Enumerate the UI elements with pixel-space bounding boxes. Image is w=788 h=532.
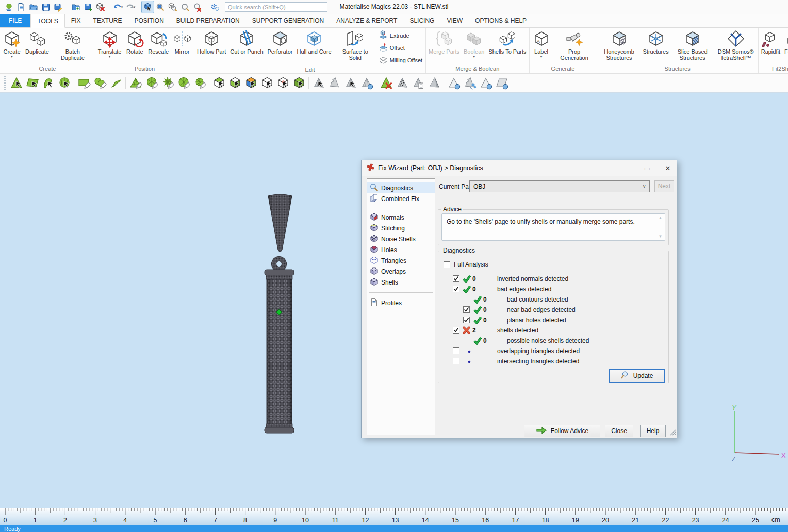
tab-options-help[interactable]: OPTIONS & HELP [469,14,533,27]
tab-build-preparation[interactable]: BUILD PREPARATION [170,14,246,27]
ribbon-button-perforator[interactable]: Perforator [266,28,295,55]
select-surfaces-icon[interactable] [40,75,56,91]
mark-wheel-small-icon[interactable] [191,75,207,91]
select-cube-clear-icon[interactable] [259,75,275,91]
sidebar-page-diagnostics[interactable]: Diagnostics [367,182,435,193]
select-triangles-icon[interactable] [8,75,24,91]
settings-gears-icon[interactable] [209,1,221,13]
diagnostic-checkbox[interactable] [463,306,470,313]
select-cube-top-icon[interactable] [211,75,227,91]
tab-slicing[interactable]: SLICING [403,14,440,27]
sidebar-tool-shells[interactable]: Shells [367,277,435,288]
ribbon-button-slice-based-structures[interactable]: Slice Based Structures [671,28,714,61]
tab-view[interactable]: VIEW [440,14,469,27]
ribbon-button-structures[interactable]: Structures [641,28,671,55]
diagnostic-checkbox[interactable] [453,275,459,282]
mark-wheel-icon[interactable] [175,75,191,91]
quick-search-input[interactable] [225,2,327,12]
ribbon-button-formfit[interactable]: FormFit [782,28,788,55]
select-cube-colored-icon[interactable] [243,75,259,91]
triangles-dark-icon[interactable] [426,75,442,91]
zoom-in-icon[interactable] [179,1,191,13]
mark-rectangle-icon[interactable] [76,75,92,91]
save-as-icon[interactable] [52,1,64,13]
triangle-drops-icon[interactable] [462,75,478,91]
triangle-outline-ball-icon[interactable] [446,75,462,91]
ribbon-button-hull-and-core[interactable]: Hull and Core [294,28,333,55]
resize-grip[interactable] [669,429,676,437]
tab-fix[interactable]: FIX [65,14,87,27]
update-button[interactable]: Update [609,369,665,383]
tab-position[interactable]: POSITION [128,14,170,27]
sidebar-tool-stitching[interactable]: Stitching [367,223,435,234]
help-button[interactable]: Help [640,425,666,437]
save-part-icon[interactable] [82,1,94,13]
ribbon-button-create[interactable]: Create▾ [1,28,23,59]
sidebar-page-profiles[interactable]: Profiles [367,297,435,308]
zoom-selection-icon[interactable] [154,1,166,13]
advice-scrollbar[interactable]: ▲ ▼ [657,215,664,239]
ribbon-button-offset[interactable]: Offset [379,43,422,53]
select-planes-icon[interactable] [24,75,40,91]
maximize-icon[interactable]: ▭ [644,164,651,172]
triangles-select-tool-icon[interactable] [310,75,326,91]
unload-part-icon[interactable] [94,1,106,13]
close-icon[interactable]: ✕ [664,164,671,172]
diagnostic-checkbox[interactable] [453,347,459,354]
diagnostic-checkbox[interactable] [453,358,459,364]
mark-circles-icon[interactable] [92,75,108,91]
ribbon-button-hollow-part[interactable]: Hollow Part [195,28,228,55]
ribbon-button-rapidfit[interactable]: Rapidfit [759,28,782,55]
scroll-up-icon[interactable]: ▲ [659,215,663,220]
open-file-icon[interactable] [27,1,39,13]
current-part-combobox[interactable]: OBJ ˅ [469,180,650,192]
mark-brush-icon[interactable] [143,75,159,91]
next-button[interactable]: Next [654,180,674,192]
mark-star-icon[interactable] [159,75,175,91]
select-cube-point-icon[interactable] [275,75,291,91]
tab-support-generation[interactable]: SUPPORT GENERATION [246,14,330,27]
ribbon-button-prop-generation[interactable]: Prop Generation [553,28,596,61]
pendant-part-model[interactable] [248,186,320,445]
tab-file[interactable]: FILE [0,14,30,27]
select-cube-solid-icon[interactable] [291,75,307,91]
ribbon-button-honeycomb-structures[interactable]: Honeycomb Structures [598,28,641,61]
tab-tools[interactable]: TOOLS [30,14,64,28]
triangles-window-tool-icon[interactable] [342,75,358,91]
ribbon-button-batch-duplicate[interactable]: Batch Duplicate [51,28,94,61]
redo-icon[interactable]: ▾ [124,1,136,13]
select-shells-icon[interactable] [56,75,72,91]
ribbon-button-surface-to-solid[interactable]: Surface to Solid [334,28,377,61]
plane-ball-icon[interactable] [494,75,510,91]
mark-freeform-icon[interactable] [108,75,124,91]
select-cube-front-icon[interactable] [227,75,243,91]
diagnostic-checkbox[interactable] [453,286,459,292]
mark-window-triangles-icon[interactable] [127,75,143,91]
tab-texture[interactable]: TEXTURE [87,14,128,27]
undo-icon[interactable]: ▾ [112,1,124,13]
triangles-sphere-tool-icon[interactable] [358,75,374,91]
diagnostic-checkbox[interactable] [463,317,470,323]
new-document-icon[interactable] [15,1,27,13]
save-icon[interactable] [40,1,52,13]
triangles-zigzag-tool-icon[interactable] [326,75,342,91]
zoom-unselect-icon[interactable] [191,1,203,13]
ribbon-button-extrude[interactable]: Extrude [379,30,422,41]
minimize-icon[interactable]: – [623,164,630,172]
sidebar-page-combined-fix[interactable]: Combined Fix [367,193,435,204]
sidebar-tool-holes[interactable]: Holes [367,244,435,255]
fix-wizard-titlebar[interactable]: Fix Wizard (Part: OBJ) > Diagnostics – ▭… [362,160,677,176]
sidebar-tool-noise-shells[interactable]: Noise Shells [367,234,435,244]
ribbon-button-dsm-somos-tetrashell-[interactable]: DSM Somos® TetraShell™ [714,28,758,61]
triangles-noise-icon[interactable] [394,75,410,91]
full-analysis-checkbox[interactable] [444,261,450,268]
ribbon-button-translate[interactable]: Translate▾ [96,28,123,59]
triangles-delete-icon[interactable] [378,75,394,91]
ribbon-button-rotate[interactable]: Rotate [123,28,146,55]
tab-analyze-report[interactable]: ANALYZE & REPORT [330,14,403,27]
close-button[interactable]: Close [605,425,633,437]
import-part-icon[interactable] [70,1,81,13]
ribbon-button-duplicate[interactable]: Duplicate [23,28,51,55]
ribbon-button-mirror[interactable]: Mirror [171,28,193,55]
magics-logo-icon[interactable] [3,1,14,13]
